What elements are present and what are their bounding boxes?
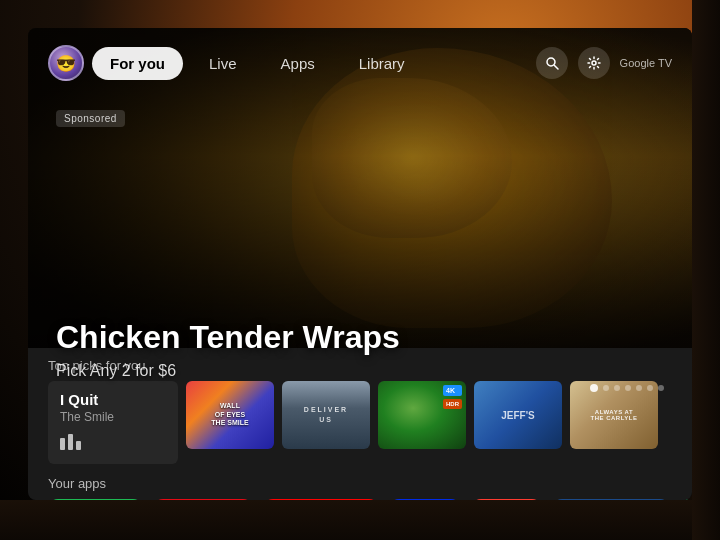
pick-card-jeffs[interactable]: JEFF'S <box>474 381 562 449</box>
top-right-controls: Google TV <box>536 47 672 79</box>
svg-rect-4 <box>68 434 73 450</box>
hero-subtitle: Pick Any 2 for $6 <box>56 362 400 380</box>
carousel-dot-2[interactable] <box>603 385 609 391</box>
hero-title: Chicken Tender Wraps <box>56 319 400 356</box>
carousel-dots <box>590 384 664 392</box>
carousel-dot-4[interactable] <box>625 385 631 391</box>
music-bars-icon <box>60 432 166 454</box>
carousel-dot-1[interactable] <box>590 384 598 392</box>
carousel-dot-5[interactable] <box>636 385 642 391</box>
hdr-badge: HDR <box>443 399 462 409</box>
nav-item-library[interactable]: Library <box>341 47 423 80</box>
pick-card-4k[interactable]: 4K HDR <box>378 381 466 449</box>
nav-item-apps[interactable]: Apps <box>263 47 333 80</box>
svg-line-1 <box>554 66 558 70</box>
svg-rect-5 <box>76 441 81 450</box>
4k-badges: 4K HDR <box>443 385 462 409</box>
navigation-bar: 😎 For you Live Apps Library Google TV <box>28 28 692 98</box>
tv-screen: 😎 For you Live Apps Library Google TV Sp <box>28 28 692 500</box>
search-icon[interactable] <box>536 47 568 79</box>
nav-item-for-you[interactable]: For you <box>92 47 183 80</box>
pick-card-deliver[interactable]: DELIVERUS <box>282 381 370 449</box>
room-right <box>692 0 720 540</box>
svg-point-0 <box>547 58 555 66</box>
carousel-dot-3[interactable] <box>614 385 620 391</box>
pick-featured-title: I Quit <box>60 391 166 408</box>
4k-badge: 4K <box>443 385 462 396</box>
hero-text: Chicken Tender Wraps Pick Any 2 for $6 <box>56 319 400 380</box>
pick-card-jeffs-label: JEFF'S <box>501 410 535 421</box>
carousel-dot-7[interactable] <box>658 385 664 391</box>
avatar[interactable]: 😎 <box>48 45 84 81</box>
sponsored-badge: Sponsored <box>56 110 125 127</box>
pick-card-deliver-label: DELIVERUS <box>304 405 348 425</box>
room-bottom <box>0 500 720 540</box>
pick-featured-subtitle: The Smile <box>60 410 166 424</box>
carousel-dot-6[interactable] <box>647 385 653 391</box>
svg-rect-3 <box>60 438 65 450</box>
settings-icon[interactable] <box>578 47 610 79</box>
nav-item-live[interactable]: Live <box>191 47 255 80</box>
pick-card-wall[interactable]: WALLOF EYESTHE SMILE <box>186 381 274 449</box>
svg-point-2 <box>592 61 596 65</box>
avatar-emoji: 😎 <box>56 54 76 73</box>
google-tv-label: Google TV <box>620 57 672 69</box>
pick-card-wall-label: WALLOF EYESTHE SMILE <box>211 402 248 427</box>
apps-section-title: Your apps <box>48 476 672 491</box>
picks-row: I Quit The Smile WALLOF EYESTHE SMILE DE… <box>48 381 672 464</box>
pick-featured-card[interactable]: I Quit The Smile <box>48 381 178 464</box>
pick-card-carlyle-label: ALWAYS ATTHE CARLYLE <box>591 409 638 421</box>
